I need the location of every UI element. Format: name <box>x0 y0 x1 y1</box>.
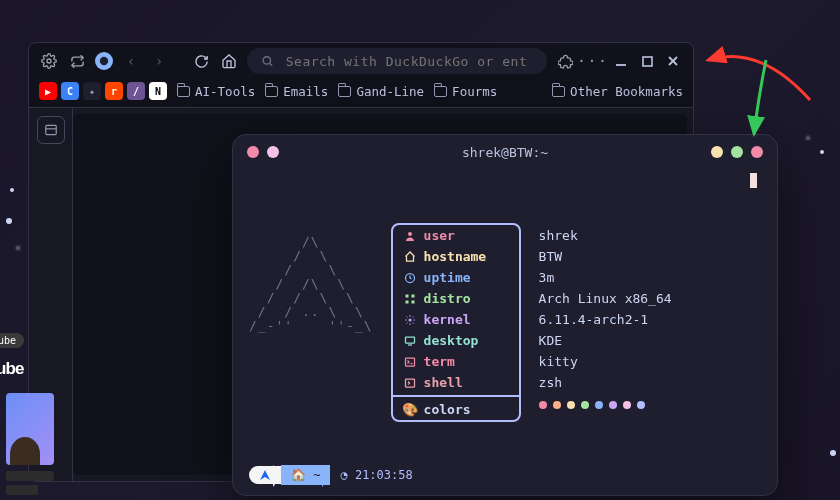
yt-title-placeholder <box>6 471 54 481</box>
info-value-shell: zsh <box>539 372 672 393</box>
bookmark-icon[interactable]: ✦ <box>83 82 101 100</box>
bookmark-icon[interactable]: N <box>149 82 167 100</box>
svg-point-10 <box>408 232 412 236</box>
info-label: kernel <box>424 312 471 327</box>
svg-point-0 <box>47 59 51 63</box>
colors-row: 🎨 colors <box>393 399 519 420</box>
bg-dot <box>820 150 824 154</box>
kernel-icon <box>403 314 417 326</box>
terminal-body[interactable]: /\ / \ / \ / /\ \ / / \ \ / / .. \ \ /_-… <box>233 169 777 495</box>
arch-icon <box>259 469 271 481</box>
bookmark-icon[interactable]: r <box>105 82 123 100</box>
uptime-icon <box>403 272 417 284</box>
terminal-cursor <box>750 173 757 188</box>
info-row-desktop: desktop <box>393 330 519 351</box>
info-value-hostname: BTW <box>539 246 672 267</box>
bookmark-folder[interactable]: Gand-Line <box>338 84 424 99</box>
address-input[interactable] <box>286 54 533 69</box>
color-swatch <box>637 401 645 409</box>
svg-line-3 <box>270 63 272 65</box>
svg-rect-19 <box>405 358 414 366</box>
other-bookmarks-label: Other Bookmarks <box>570 84 683 99</box>
palette-icon: 🎨 <box>403 402 417 417</box>
minimize-button[interactable] <box>611 51 631 71</box>
svg-rect-12 <box>405 294 408 297</box>
yt-logo: Tube <box>0 359 23 379</box>
info-value-distro: Arch Linux x86_64 <box>539 288 672 309</box>
svg-rect-17 <box>405 337 414 343</box>
color-swatch <box>609 401 617 409</box>
bookmark-icon[interactable]: ▶ <box>39 82 57 100</box>
svg-rect-8 <box>45 125 56 134</box>
sync-icon[interactable] <box>67 51 87 71</box>
terminal-titlebar[interactable]: shrek@BTW:~ <box>233 135 777 169</box>
svg-point-2 <box>263 57 270 64</box>
folder-label: Emails <box>283 84 328 99</box>
address-bar[interactable] <box>247 48 547 74</box>
info-label: distro <box>424 291 471 306</box>
profile-icon[interactable] <box>95 52 113 70</box>
folder-icon <box>552 86 565 97</box>
info-row-kernel: kernel <box>393 309 519 330</box>
colors-label: colors <box>424 402 471 417</box>
terminal-title: shrek@BTW:~ <box>233 145 777 160</box>
close-button[interactable] <box>663 51 683 71</box>
settings-icon[interactable] <box>39 51 59 71</box>
bookmark-icon[interactable]: / <box>127 82 145 100</box>
folder-icon <box>265 86 278 97</box>
bg-dot <box>10 188 14 192</box>
yt-thumbnail[interactable] <box>6 393 54 465</box>
sidebar-toggle[interactable] <box>37 116 65 144</box>
info-value-term: kitty <box>539 351 672 372</box>
info-label: uptime <box>424 270 471 285</box>
prompt-seg-time: ◔ 21:03:58 <box>330 465 422 485</box>
shell-prompt[interactable]: 🏠 ~ ◔ 21:03:58 <box>249 465 423 485</box>
bg-dot <box>830 450 836 456</box>
info-row-distro: distro <box>393 288 519 309</box>
folder-label: AI-Tools <box>195 84 255 99</box>
svg-rect-14 <box>405 300 408 303</box>
yt-chip: uTube <box>0 333 24 348</box>
folder-label: Fourms <box>452 84 497 99</box>
bookmark-icon[interactable]: C <box>61 82 79 100</box>
info-row-term: term <box>393 351 519 372</box>
svg-point-1 <box>100 57 108 65</box>
info-label: hostname <box>424 249 487 264</box>
shell-icon <box>403 377 417 389</box>
other-bookmarks[interactable]: Other Bookmarks <box>552 84 683 99</box>
color-swatch <box>623 401 631 409</box>
color-swatch <box>595 401 603 409</box>
host-icon <box>403 251 417 263</box>
forward-button[interactable]: › <box>149 51 169 71</box>
yt-subtitle-placeholder <box>6 485 38 495</box>
box-divider <box>393 395 519 397</box>
extensions-icon[interactable] <box>555 51 575 71</box>
info-row-shell: shell <box>393 372 519 393</box>
home-button[interactable] <box>219 51 239 71</box>
svg-point-16 <box>408 318 411 321</box>
bookmark-folder[interactable]: AI-Tools <box>177 84 255 99</box>
maximize-button[interactable] <box>637 51 657 71</box>
color-swatch <box>581 401 589 409</box>
red-arrow-annotation <box>700 32 830 142</box>
info-row-hostname: hostname <box>393 246 519 267</box>
overflow-menu[interactable]: ··· <box>583 51 603 71</box>
color-swatch <box>539 401 547 409</box>
info-label: term <box>424 354 455 369</box>
back-button[interactable]: ‹ <box>121 51 141 71</box>
browser-toolbar: ‹ › ··· <box>29 43 693 79</box>
folder-icon <box>338 86 351 97</box>
user-icon <box>403 230 417 242</box>
info-value-uptime: 3m <box>539 267 672 288</box>
term-icon <box>403 356 417 368</box>
desktop-icon <box>403 335 417 347</box>
reload-button[interactable] <box>191 51 211 71</box>
svg-rect-13 <box>411 294 414 297</box>
info-label: desktop <box>424 333 479 348</box>
bookmark-folder[interactable]: Fourms <box>434 84 497 99</box>
info-label: shell <box>424 375 463 390</box>
bookmark-folder[interactable]: Emails <box>265 84 328 99</box>
search-icon <box>261 54 274 68</box>
terminal-window: shrek@BTW:~ /\ / \ / \ / /\ \ / / \ \ / … <box>232 134 778 496</box>
info-row-uptime: uptime <box>393 267 519 288</box>
